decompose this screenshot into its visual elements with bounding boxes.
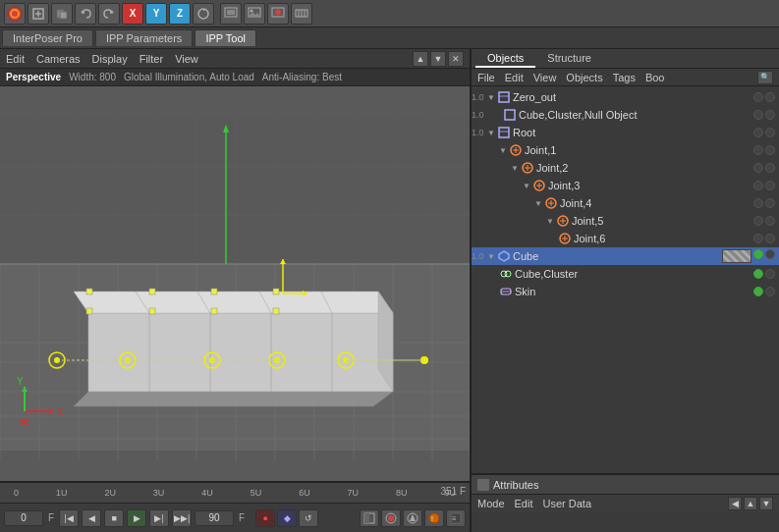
ruler-mark-5: 5U (250, 488, 262, 498)
attr-nav-up[interactable]: ▲ (744, 497, 757, 510)
tree-item-cube-cluster-null[interactable]: 1.0 Cube,Cluster,Null Object (472, 106, 779, 124)
viewport-icon-x[interactable]: ✕ (448, 51, 464, 67)
tab-bar: InterPoser Pro IPP Parameters IPP Tool (0, 27, 779, 49)
tab-structure[interactable]: Structure (535, 50, 603, 68)
rotate-icon[interactable] (193, 3, 214, 25)
viewport-menu-edit[interactable]: Edit (6, 53, 25, 65)
stop-btn[interactable]: ■ (104, 509, 124, 527)
dot-green (753, 269, 763, 279)
right-menu-edit[interactable]: Edit (505, 72, 524, 83)
perspective-label: Perspective (6, 72, 61, 82)
picture-viewer-icon[interactable] (244, 3, 265, 25)
viewport-menu-filter[interactable]: Filter (139, 53, 163, 65)
keyframe-btn[interactable]: ◆ (277, 509, 297, 527)
svg-rect-116 (499, 92, 509, 102)
tree-item-joint4[interactable]: ▼ Joint,4 (472, 194, 779, 212)
z-axis-icon[interactable]: Z (169, 3, 191, 25)
dot2 (765, 249, 775, 259)
attr-nav-left[interactable]: ◀ (728, 497, 742, 510)
timeline-icon[interactable] (291, 3, 312, 25)
ruler-mark-0: 0 (14, 488, 19, 498)
prev-frame-btn[interactable]: |◀ (59, 509, 79, 527)
tree-item-joint2[interactable]: ▼ Joint,2 (472, 159, 779, 177)
tree-item-skin[interactable]: Skin (472, 283, 779, 300)
jump-end-btn[interactable]: ▶▶| (172, 509, 192, 527)
app-icon[interactable] (4, 3, 26, 25)
ruler-mark-1: 1U (56, 488, 68, 498)
svg-marker-69 (74, 392, 393, 406)
viewport-icon-down[interactable]: ▼ (430, 51, 446, 67)
attr-menu-userdata[interactable]: User Data (543, 498, 592, 509)
dot1 (753, 92, 763, 102)
viewport-3d[interactable]: X Y (0, 86, 470, 481)
dot1 (753, 181, 763, 190)
timeline-ctrl-3[interactable] (403, 509, 422, 527)
search-icon[interactable]: 🔍 (757, 71, 773, 84)
tree-item-joint6[interactable]: Joint,6 (472, 230, 779, 247)
dot-green (753, 287, 763, 296)
loop-btn[interactable]: ↺ (299, 509, 318, 527)
attr-menu-mode[interactable]: Mode (477, 498, 505, 509)
tab-ipp-parameters[interactable]: IPP Parameters (95, 29, 193, 46)
new-icon[interactable] (28, 3, 49, 25)
viewport-icon-up[interactable]: ▲ (413, 51, 428, 67)
current-frame-input[interactable] (4, 510, 43, 526)
dot1 (753, 110, 763, 120)
timeline-ctrl-1[interactable] (360, 509, 379, 527)
tab-ipp-tool[interactable]: IPP Tool (195, 29, 256, 46)
tree-item-zero-out[interactable]: 1.0 ▼ Zero_out (472, 88, 779, 106)
tree-item-cube[interactable]: 1.0 ▼ Cube (472, 247, 779, 265)
timeline-ctrl-2[interactable] (381, 509, 401, 527)
svg-rect-89 (273, 289, 279, 294)
redo-icon[interactable] (98, 3, 120, 25)
ruler-mark-6: 6U (299, 488, 310, 498)
svg-rect-87 (149, 289, 155, 294)
open-icon[interactable] (51, 3, 73, 25)
right-menu-file[interactable]: File (477, 72, 495, 83)
tree-item-root[interactable]: 1.0 ▼ Root (472, 124, 779, 141)
tree-item-joint5[interactable]: ▼ Joint,5 (472, 212, 779, 230)
dot2 (765, 92, 775, 102)
attr-menu-edit[interactable]: Edit (515, 498, 533, 509)
tree-item-joint1[interactable]: ▼ Joint,1 (472, 141, 779, 159)
end-frame-input[interactable] (195, 510, 234, 526)
tree-item-joint3[interactable]: ▼ Joint,3 (472, 177, 779, 194)
tab-interposer-pro[interactable]: InterPoser Pro (2, 29, 93, 46)
right-menu-tags[interactable]: Tags (613, 72, 636, 83)
dot2 (765, 163, 775, 173)
x-axis-icon[interactable]: X (122, 3, 143, 25)
next-frame-btn[interactable]: ▶| (149, 509, 169, 527)
svg-rect-90 (86, 308, 92, 314)
y-axis-icon[interactable]: Y (145, 3, 167, 25)
attr-nav-down[interactable]: ▼ (759, 497, 773, 510)
viewport-menu-view[interactable]: View (175, 53, 198, 65)
record-btn[interactable]: ● (255, 509, 275, 527)
right-menu-view[interactable]: View (533, 72, 557, 83)
undo-icon[interactable] (75, 3, 96, 25)
svg-point-109 (388, 515, 394, 521)
tab-objects[interactable]: Objects (475, 50, 535, 68)
main-layout: Edit Cameras Display Filter View ▲ ▼ ✕ P… (0, 49, 779, 532)
timeline-ruler[interactable]: 0 1U 2U 3U 4U 5U 6U 7U 8U 9U 351 F (0, 483, 470, 504)
svg-point-15 (275, 9, 281, 15)
timeline-ctrl-4[interactable]: ! (424, 509, 444, 527)
object-tree[interactable]: 1.0 ▼ Zero_out 1.0 Cube,Cluster,Null Ob (472, 86, 779, 473)
timeline-controls: F |◀ ◀ ■ ▶ ▶| ▶▶| F ● ◆ ↺ (0, 504, 470, 532)
play-reverse-btn[interactable]: ◀ (82, 509, 101, 527)
play-btn[interactable]: ▶ (127, 509, 146, 527)
svg-rect-6 (60, 12, 67, 19)
right-menu-boo[interactable]: Boo (645, 72, 665, 83)
record-icon[interactable] (267, 3, 289, 25)
svg-rect-118 (505, 110, 515, 120)
viewport-menu-cameras[interactable]: Cameras (36, 53, 81, 65)
right-panel-menu: File Edit View Objects Tags Boo 🔍 (472, 69, 779, 86)
tree-item-cube-cluster[interactable]: Cube,Cluster (472, 265, 779, 283)
timeline-ctrl-5[interactable]: ≡ (446, 509, 466, 527)
attr-nav-arrows: ◀ ▲ ▼ (728, 497, 773, 510)
svg-rect-92 (211, 308, 217, 314)
right-menu-objects[interactable]: Objects (566, 72, 602, 83)
viewport-menu-display[interactable]: Display (92, 53, 128, 65)
attributes-icon (477, 479, 489, 491)
render-icon[interactable] (220, 3, 242, 25)
viewport-aa-label: Anti-Aliasing: Best (262, 72, 342, 82)
